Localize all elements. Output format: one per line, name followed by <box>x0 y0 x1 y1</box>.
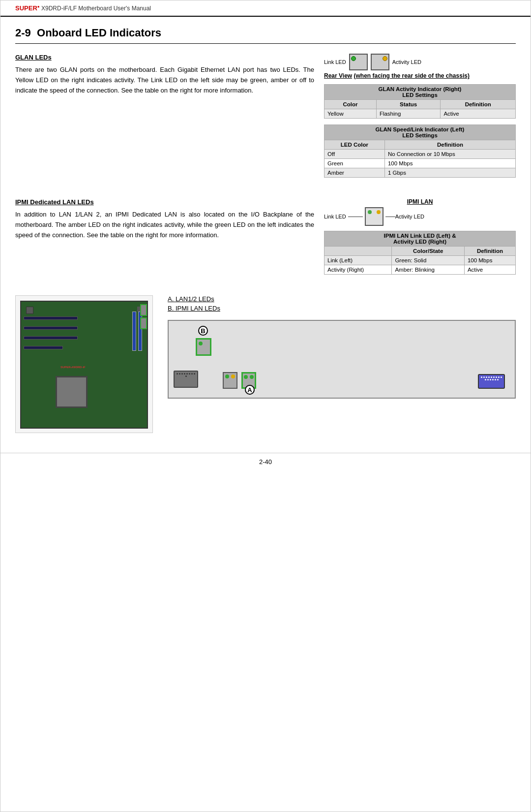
bottom-section: SUPER●X9DRD-iF A. LAN1/2 LEDs B. IPMI LA… <box>15 295 516 433</box>
ipmi-port-io <box>196 338 211 356</box>
chapter-number: 2-9 <box>15 27 31 39</box>
col-definition: Definition <box>441 100 516 109</box>
ipmi-col-def: Definition <box>464 247 515 256</box>
brand-name: SUPER <box>15 4 37 12</box>
ipmi-left-col: IPMI Dedicated LAN LEDs In addition to L… <box>15 198 314 281</box>
io-panel: B <box>168 320 516 399</box>
col-color: Color <box>324 100 377 109</box>
page-wrapper: SUPER● X9DRD-iF/LF Motherboard User's Ma… <box>0 0 531 812</box>
label-b-circle: B <box>198 326 208 336</box>
lan1-led-act <box>231 375 235 378</box>
ipmi-row1-state: Amber: Blinking <box>392 265 465 275</box>
lan-ports-io <box>223 372 237 389</box>
glan-right-col: Link LED Activity LED <box>324 54 516 184</box>
col-status: Status <box>376 100 440 109</box>
motherboard-image: SUPER●X9DRD-iF <box>15 295 153 433</box>
lan2-led-link <box>244 375 248 379</box>
rear-view-text: Rear View <box>324 72 352 79</box>
serial-port <box>174 371 198 388</box>
link-led-label: Link LED <box>324 59 346 65</box>
ipmi-col-state: Color/State <box>392 247 465 256</box>
glan-body-text: There are two GLAN ports on the motherbo… <box>15 65 314 95</box>
main-content: 2-9 Onboard LED Indicators GLAN LEDs The… <box>0 17 531 443</box>
ipmi-row0-label: Link (Left) <box>324 256 392 265</box>
page-title: X9DRD-iF/LF Motherboard User's Manual <box>40 5 151 12</box>
right-bottom-col: A. LAN1/2 LEDs B. IPMI LAN LEDs B <box>168 295 516 433</box>
speed-row2-color: Amber <box>324 168 385 178</box>
glan-section: GLAN LEDs There are two GLAN ports on th… <box>15 54 516 184</box>
lan2-led-act <box>250 375 254 379</box>
ipmi-diagram: IPMI LAN Link LED Activity LED <box>324 198 516 226</box>
ipmi-body-text: In addition to LAN 1/LAN 2, an IPMI Dedi… <box>15 210 314 240</box>
label-a-circle: A <box>245 385 255 395</box>
ipmi-right-col: IPMI LAN Link LED Activity LED <box>324 198 516 281</box>
glan-port-pair <box>349 54 389 70</box>
rear-view-desc: (when facing the rear side of the chassi… <box>354 72 470 79</box>
label-a-text: A. LAN1/2 LEDs <box>168 295 516 303</box>
glan-activity-table: GLAN Activity Indicator (Right) LED Sett… <box>324 84 516 119</box>
page-footer: 2-40 <box>0 453 531 470</box>
ipmi-heading: IPMI Dedicated LAN LEDs <box>15 198 314 206</box>
ipmi-activity-led-label: Activity LED <box>395 214 424 219</box>
act-status: Flashing <box>376 109 440 119</box>
label-b-text: B. IPMI LAN LEDs <box>168 305 516 312</box>
mb-brand-text: SUPER●X9DRD-iF <box>60 366 86 369</box>
ipmi-diagram-title: IPMI LAN <box>324 198 516 205</box>
mb-board: SUPER●X9DRD-iF <box>20 301 148 429</box>
ipmi-link-led-label: Link LED <box>324 214 346 219</box>
chapter-title: 2-9 Onboard LED Indicators <box>15 27 516 44</box>
glan-left-col: GLAN LEDs There are two GLAN ports on th… <box>15 54 314 184</box>
vga-port <box>478 374 505 389</box>
glan-speed-table: GLAN Speed/Link Indicator (Left) LED Set… <box>324 125 516 178</box>
chapter-heading: Onboard LED Indicators <box>37 27 161 39</box>
ipmi-port-block <box>365 207 384 226</box>
bottom-labels: A. LAN1/2 LEDs B. IPMI LAN LEDs <box>168 295 516 312</box>
ipmi-port-row: Link LED Activity LED <box>324 207 516 226</box>
glan-activity-title: GLAN Activity Indicator (Right) LED Sett… <box>324 85 516 100</box>
speed-row0-def: No Connection or 10 Mbps <box>384 150 515 159</box>
ipmi-row1-def: Active <box>464 265 515 275</box>
page-header: SUPER● X9DRD-iF/LF Motherboard User's Ma… <box>0 0 531 17</box>
speed-row1-def: 100 Mbps <box>384 159 515 168</box>
col-led-color: LED Color <box>324 140 385 150</box>
act-color: Yellow <box>324 109 377 119</box>
glan-speed-title: GLAN Speed/Link Indicator (Left) LED Set… <box>324 125 516 140</box>
ipmi-col-label <box>324 247 392 256</box>
glan-heading: GLAN LEDs <box>15 54 314 61</box>
ipmi-led-amber <box>377 210 381 214</box>
act-definition: Active <box>441 109 516 119</box>
ipmi-led-g <box>199 342 203 345</box>
ipmi-row1-label: Activity (Right) <box>324 265 392 275</box>
ipmi-row0-state: Green: Solid <box>392 256 465 265</box>
ipmi-row0-def: 100 Mbps <box>464 256 515 265</box>
speed-row1-color: Green <box>324 159 385 168</box>
rear-view-label: Rear View (when facing the rear side of … <box>324 72 516 79</box>
page-number: 2-40 <box>259 458 272 466</box>
col-definition2: Definition <box>384 140 515 150</box>
lan1-led-link <box>225 375 229 378</box>
speed-row0-color: Off <box>324 150 385 159</box>
activity-led-label: Activity LED <box>392 59 421 65</box>
glan-diagram: Link LED Activity LED <box>324 54 516 79</box>
ipmi-table-title: IPMI LAN Link LED (Left) & Activity LED … <box>324 231 516 247</box>
ipmi-led-green <box>368 210 372 214</box>
ipmi-section: IPMI Dedicated LAN LEDs In addition to L… <box>15 198 516 281</box>
ipmi-table: IPMI LAN Link LED (Left) & Activity LED … <box>324 231 516 275</box>
speed-row2-def: 1 Gbps <box>384 168 515 178</box>
